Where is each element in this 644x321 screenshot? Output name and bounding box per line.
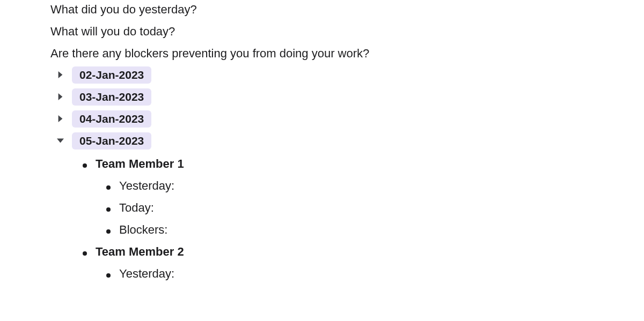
member-name: Team Member 2 [96,245,184,259]
date-chip[interactable]: 02-Jan-2023 [72,66,151,84]
list-item: Today: [106,201,644,215]
list-item: Blockers: [106,223,644,237]
field-label: Yesterday: [119,179,174,193]
date-chip[interactable]: 04-Jan-2023 [72,110,151,128]
member-list: Team Member 1 Yesterday: Today: Blockers… [83,157,644,281]
date-toggle-item-expanded[interactable]: 05-Jan-2023 [54,132,644,150]
list-item: Team Member 1 [83,157,644,171]
date-chip[interactable]: 05-Jan-2023 [72,132,151,150]
list-item: Yesterday: [106,179,644,193]
bullet-icon [106,207,111,212]
question-today: What will you do today? [50,22,644,41]
date-toggle-item[interactable]: 02-Jan-2023 [54,66,644,84]
date-toggle-item[interactable]: 03-Jan-2023 [54,88,644,106]
bullet-icon [106,229,111,234]
member-name: Team Member 1 [96,157,184,171]
chevron-right-icon[interactable] [54,69,67,81]
sub-list: Yesterday: Today: Blockers: [106,179,644,237]
list-item: Yesterday: [106,267,644,281]
chevron-down-icon[interactable] [54,135,67,147]
date-toggle-list: 02-Jan-2023 03-Jan-2023 04-Jan-2023 05-J… [54,66,644,281]
field-label: Today: [119,201,154,215]
chevron-right-icon[interactable] [54,113,67,125]
field-label: Yesterday: [119,267,174,281]
bullet-icon [106,185,111,190]
bullet-icon [83,163,87,168]
question-blockers: Are there any blockers preventing you fr… [50,44,644,63]
question-yesterday: What did you do yesterday? [50,0,644,19]
list-item: Team Member 2 [83,245,644,259]
field-label: Blockers: [119,223,167,237]
date-chip[interactable]: 03-Jan-2023 [72,88,151,106]
bullet-icon [83,251,87,256]
chevron-right-icon[interactable] [54,91,67,103]
sub-list: Yesterday: [106,267,644,281]
date-toggle-item[interactable]: 04-Jan-2023 [54,110,644,128]
bullet-icon [106,273,111,278]
